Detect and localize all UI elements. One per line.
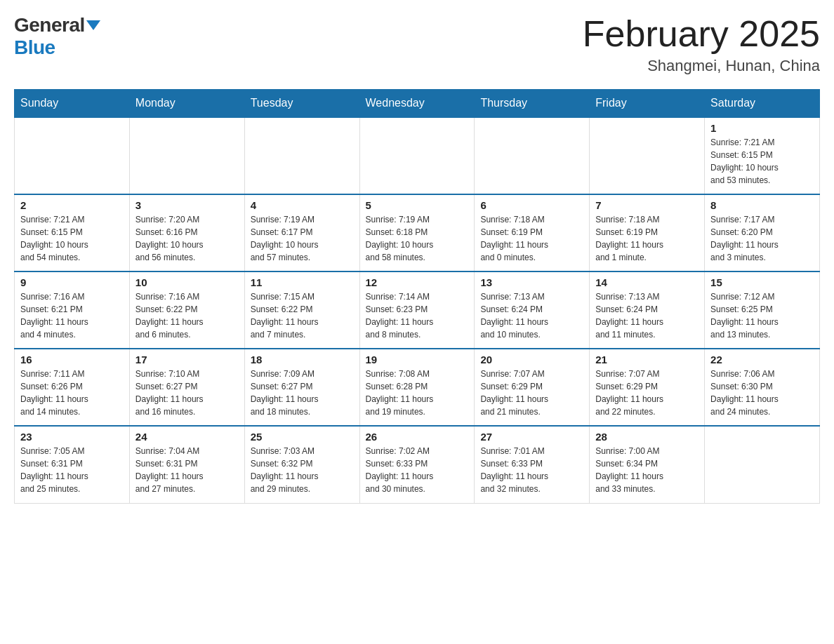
day-number: 22 <box>710 354 814 365</box>
day-number: 11 <box>251 276 354 288</box>
calendar-cell: 5Sunrise: 7:19 AM Sunset: 6:18 PM Daylig… <box>359 194 475 271</box>
day-number: 27 <box>480 431 583 443</box>
day-info: Sunrise: 7:20 AM Sunset: 6:16 PM Dayligh… <box>135 213 239 264</box>
day-info: Sunrise: 7:21 AM Sunset: 6:15 PM Dayligh… <box>710 136 814 187</box>
logo-arrow-icon <box>86 20 100 30</box>
calendar-cell: 4Sunrise: 7:19 AM Sunset: 6:17 PM Daylig… <box>244 194 359 271</box>
day-number: 3 <box>135 199 239 211</box>
calendar-cell: 8Sunrise: 7:17 AM Sunset: 6:20 PM Daylig… <box>705 194 820 271</box>
day-info: Sunrise: 7:13 AM Sunset: 6:24 PM Dayligh… <box>480 290 583 341</box>
day-info: Sunrise: 7:06 AM Sunset: 6:30 PM Dayligh… <box>710 368 814 418</box>
day-info: Sunrise: 7:19 AM Sunset: 6:18 PM Dayligh… <box>366 213 469 264</box>
calendar-cell: 6Sunrise: 7:18 AM Sunset: 6:19 PM Daylig… <box>475 194 590 271</box>
calendar-header: SundayMondayTuesdayWednesdayThursdayFrid… <box>15 90 820 118</box>
day-of-week-header: Thursday <box>475 90 590 118</box>
day-number: 15 <box>710 276 814 288</box>
calendar-week-row: 16Sunrise: 7:11 AM Sunset: 6:26 PM Dayli… <box>15 349 820 426</box>
day-info: Sunrise: 7:16 AM Sunset: 6:22 PM Dayligh… <box>135 290 239 341</box>
calendar-cell: 7Sunrise: 7:18 AM Sunset: 6:19 PM Daylig… <box>590 194 705 271</box>
calendar-week-row: 1Sunrise: 7:21 AM Sunset: 6:15 PM Daylig… <box>15 117 820 194</box>
day-number: 14 <box>595 276 699 288</box>
day-info: Sunrise: 7:08 AM Sunset: 6:28 PM Dayligh… <box>366 368 469 418</box>
calendar-cell: 14Sunrise: 7:13 AM Sunset: 6:24 PM Dayli… <box>590 271 705 349</box>
calendar-cell: 13Sunrise: 7:13 AM Sunset: 6:24 PM Dayli… <box>475 271 590 349</box>
calendar-cell: 19Sunrise: 7:08 AM Sunset: 6:28 PM Dayli… <box>359 349 475 426</box>
day-info: Sunrise: 7:13 AM Sunset: 6:24 PM Dayligh… <box>595 290 699 341</box>
day-number: 21 <box>595 354 699 365</box>
day-number: 8 <box>710 199 814 211</box>
calendar-cell: 20Sunrise: 7:07 AM Sunset: 6:29 PM Dayli… <box>475 349 590 426</box>
calendar-cell: 16Sunrise: 7:11 AM Sunset: 6:26 PM Dayli… <box>15 349 130 426</box>
calendar-body: 1Sunrise: 7:21 AM Sunset: 6:15 PM Daylig… <box>15 117 820 503</box>
day-info: Sunrise: 7:14 AM Sunset: 6:23 PM Dayligh… <box>366 290 469 341</box>
calendar-cell: 28Sunrise: 7:00 AM Sunset: 6:34 PM Dayli… <box>590 426 705 503</box>
calendar-cell: 24Sunrise: 7:04 AM Sunset: 6:31 PM Dayli… <box>129 426 244 503</box>
calendar-cell <box>15 117 130 194</box>
calendar-cell <box>359 117 475 194</box>
calendar-cell: 11Sunrise: 7:15 AM Sunset: 6:22 PM Dayli… <box>244 271 359 349</box>
day-of-week-header: Saturday <box>705 90 820 118</box>
calendar-cell: 12Sunrise: 7:14 AM Sunset: 6:23 PM Dayli… <box>359 271 475 349</box>
day-info: Sunrise: 7:00 AM Sunset: 6:34 PM Dayligh… <box>595 445 699 495</box>
logo-general-text: General <box>14 14 85 36</box>
day-number: 25 <box>251 431 354 443</box>
day-info: Sunrise: 7:12 AM Sunset: 6:25 PM Dayligh… <box>710 290 814 341</box>
calendar-week-row: 2Sunrise: 7:21 AM Sunset: 6:15 PM Daylig… <box>15 194 820 271</box>
day-of-week-header: Wednesday <box>359 90 475 118</box>
day-number: 24 <box>135 431 239 443</box>
day-number: 2 <box>20 199 124 211</box>
day-of-week-header: Friday <box>590 90 705 118</box>
day-number: 4 <box>251 199 354 211</box>
day-info: Sunrise: 7:18 AM Sunset: 6:19 PM Dayligh… <box>595 213 699 264</box>
day-info: Sunrise: 7:05 AM Sunset: 6:31 PM Dayligh… <box>20 445 124 495</box>
calendar-cell: 3Sunrise: 7:20 AM Sunset: 6:16 PM Daylig… <box>129 194 244 271</box>
day-info: Sunrise: 7:19 AM Sunset: 6:17 PM Dayligh… <box>251 213 354 264</box>
days-of-week-row: SundayMondayTuesdayWednesdayThursdayFrid… <box>15 90 820 118</box>
calendar-cell: 25Sunrise: 7:03 AM Sunset: 6:32 PM Dayli… <box>244 426 359 503</box>
day-info: Sunrise: 7:17 AM Sunset: 6:20 PM Dayligh… <box>710 213 814 264</box>
day-info: Sunrise: 7:02 AM Sunset: 6:33 PM Dayligh… <box>366 445 469 495</box>
day-of-week-header: Tuesday <box>244 90 359 118</box>
page-header: General Blue February 2025 Shangmei, Hun… <box>14 14 820 75</box>
calendar-cell: 23Sunrise: 7:05 AM Sunset: 6:31 PM Dayli… <box>15 426 130 503</box>
day-number: 17 <box>135 354 239 365</box>
calendar-cell: 17Sunrise: 7:10 AM Sunset: 6:27 PM Dayli… <box>129 349 244 426</box>
day-info: Sunrise: 7:01 AM Sunset: 6:33 PM Dayligh… <box>480 445 583 495</box>
day-number: 26 <box>366 431 469 443</box>
calendar-cell: 18Sunrise: 7:09 AM Sunset: 6:27 PM Dayli… <box>244 349 359 426</box>
day-number: 13 <box>480 276 583 288</box>
title-block: February 2025 Shangmei, Hunan, China <box>583 14 820 75</box>
day-of-week-header: Sunday <box>15 90 130 118</box>
day-info: Sunrise: 7:09 AM Sunset: 6:27 PM Dayligh… <box>251 368 354 418</box>
day-info: Sunrise: 7:16 AM Sunset: 6:21 PM Dayligh… <box>20 290 124 341</box>
day-info: Sunrise: 7:18 AM Sunset: 6:19 PM Dayligh… <box>480 213 583 264</box>
day-number: 6 <box>480 199 583 211</box>
calendar-cell: 2Sunrise: 7:21 AM Sunset: 6:15 PM Daylig… <box>15 194 130 271</box>
calendar-week-row: 9Sunrise: 7:16 AM Sunset: 6:21 PM Daylig… <box>15 271 820 349</box>
day-number: 9 <box>20 276 124 288</box>
day-of-week-header: Monday <box>129 90 244 118</box>
calendar-cell <box>590 117 705 194</box>
day-info: Sunrise: 7:04 AM Sunset: 6:31 PM Dayligh… <box>135 445 239 495</box>
day-number: 1 <box>710 122 814 134</box>
day-number: 16 <box>20 354 124 365</box>
calendar-table: SundayMondayTuesdayWednesdayThursdayFrid… <box>14 89 820 504</box>
day-info: Sunrise: 7:10 AM Sunset: 6:27 PM Dayligh… <box>135 368 239 418</box>
calendar-cell <box>475 117 590 194</box>
logo: General Blue <box>14 14 100 59</box>
calendar-cell: 22Sunrise: 7:06 AM Sunset: 6:30 PM Dayli… <box>705 349 820 426</box>
day-number: 12 <box>366 276 469 288</box>
day-info: Sunrise: 7:21 AM Sunset: 6:15 PM Dayligh… <box>20 213 124 264</box>
calendar-cell <box>705 426 820 503</box>
day-number: 20 <box>480 354 583 365</box>
month-year-title: February 2025 <box>583 14 820 54</box>
calendar-cell <box>244 117 359 194</box>
location-subtitle: Shangmei, Hunan, China <box>583 57 820 75</box>
day-number: 23 <box>20 431 124 443</box>
day-info: Sunrise: 7:03 AM Sunset: 6:32 PM Dayligh… <box>251 445 354 495</box>
calendar-cell <box>129 117 244 194</box>
logo-blue-text: Blue <box>14 36 55 59</box>
calendar-week-row: 23Sunrise: 7:05 AM Sunset: 6:31 PM Dayli… <box>15 426 820 503</box>
day-number: 18 <box>251 354 354 365</box>
day-info: Sunrise: 7:11 AM Sunset: 6:26 PM Dayligh… <box>20 368 124 418</box>
